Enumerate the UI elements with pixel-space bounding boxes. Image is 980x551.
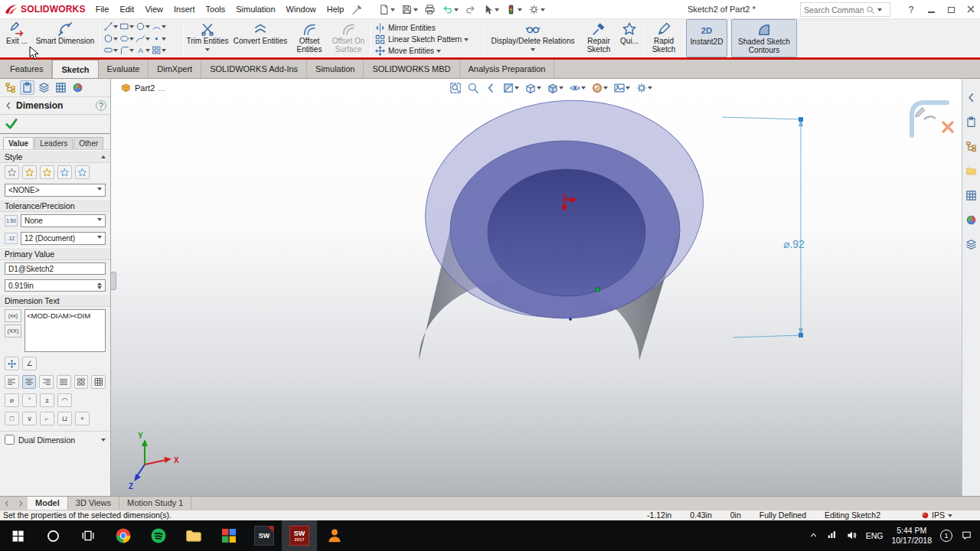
sketch-circle-tool[interactable] bbox=[136, 21, 150, 31]
sketch-spline-tool[interactable] bbox=[136, 34, 150, 44]
help-button[interactable]: ? bbox=[905, 5, 917, 15]
collapse-style-icon[interactable] bbox=[101, 153, 106, 158]
previous-view-button[interactable] bbox=[483, 80, 498, 95]
hide-show-items-button[interactable] bbox=[567, 80, 587, 95]
tab-3d-views[interactable]: 3D Views bbox=[68, 497, 119, 510]
depth-symbol-button[interactable]: ⊔ bbox=[57, 412, 72, 425]
taskbar-file-explorer-icon[interactable] bbox=[176, 520, 211, 551]
sketch-rectangle-tool[interactable] bbox=[119, 21, 134, 31]
dimension-text-area[interactable]: <MOD-DIAM><DIM bbox=[24, 309, 106, 352]
precision-dropdown[interactable]: 12 (Document) bbox=[21, 232, 106, 245]
new-document-button[interactable] bbox=[376, 3, 397, 16]
search-options-caret-icon[interactable] bbox=[877, 8, 882, 14]
configurationmanager-tab-icon[interactable] bbox=[37, 80, 51, 95]
counterbore-symbol-button[interactable]: ⌐ bbox=[40, 412, 54, 425]
primary-value-section-header[interactable]: Primary Value bbox=[0, 247, 110, 260]
pin-menu-button[interactable] bbox=[349, 3, 365, 16]
rapid-sketch-button[interactable]: Rapid Sketch bbox=[645, 19, 682, 57]
tray-language[interactable]: ENG bbox=[866, 531, 884, 540]
tab-analysis-preparation[interactable]: Analysis Preparation bbox=[460, 60, 555, 78]
tray-clock[interactable]: 5:44 PM 10/17/2018 bbox=[891, 526, 932, 546]
angle-symbol-button[interactable]: ∠ bbox=[22, 357, 37, 370]
search-icon[interactable] bbox=[866, 5, 875, 15]
undo-button[interactable] bbox=[439, 3, 461, 16]
units-caret-icon[interactable] bbox=[948, 514, 952, 520]
tab-model[interactable]: Model bbox=[28, 497, 68, 510]
print-button[interactable] bbox=[422, 3, 438, 16]
convert-entities-button[interactable]: Convert Entities bbox=[230, 19, 291, 57]
tab-solidworks-addins[interactable]: SOLIDWORKS Add-Ins bbox=[201, 60, 307, 78]
taskbar-solidworks-icon[interactable]: SW bbox=[247, 520, 282, 551]
close-button[interactable] bbox=[965, 5, 977, 15]
tray-network-icon[interactable] bbox=[827, 530, 838, 542]
search-input[interactable] bbox=[804, 5, 864, 15]
save-style-button[interactable] bbox=[57, 165, 72, 179]
update-style-button[interactable] bbox=[40, 165, 54, 179]
degree-symbol-button[interactable]: ° bbox=[22, 393, 37, 407]
dimension-text-section-header[interactable]: Dimension Text bbox=[0, 294, 110, 307]
panel-splitter-handle[interactable] bbox=[111, 272, 116, 290]
view-palette-icon[interactable] bbox=[964, 187, 979, 203]
dimension-name-field[interactable]: D1@Sketch2 bbox=[5, 262, 106, 275]
sketch-fillet-tool[interactable] bbox=[119, 45, 134, 55]
select-button[interactable] bbox=[480, 3, 501, 16]
cylinder-hole[interactable] bbox=[488, 169, 645, 296]
design-library-icon[interactable] bbox=[964, 139, 979, 154]
trim-entities-button[interactable]: Trim Entities bbox=[185, 19, 230, 57]
sketch-arc-tool[interactable] bbox=[152, 21, 166, 31]
task-pane-collapse-icon[interactable] bbox=[964, 90, 979, 105]
text-pattern-button[interactable] bbox=[74, 375, 89, 389]
more-symbols-button[interactable]: + bbox=[75, 412, 90, 425]
style-section-header[interactable]: Style bbox=[0, 150, 110, 163]
mirror-entities-button[interactable]: Mirror Entities bbox=[374, 22, 480, 34]
graphics-viewport[interactable]: ⌀.92 Y X Z Par bbox=[111, 79, 962, 496]
diameter-dimension-lines[interactable] bbox=[722, 117, 802, 337]
sketch-point-green[interactable] bbox=[596, 288, 599, 292]
repair-sketch-button[interactable]: Repair Sketch bbox=[580, 19, 617, 57]
menu-insert[interactable]: Insert bbox=[168, 0, 201, 19]
expand-dual-dimension-icon[interactable] bbox=[101, 439, 106, 444]
sketch-text-tool[interactable] bbox=[136, 45, 150, 55]
load-style-button[interactable] bbox=[75, 165, 90, 179]
apply-default-style-button[interactable] bbox=[5, 165, 19, 179]
tab-value[interactable]: Value bbox=[3, 137, 34, 149]
arc-symbol-button[interactable]: ◠ bbox=[57, 393, 72, 407]
tolerance-dropdown[interactable]: None bbox=[21, 214, 106, 227]
panel-help-button[interactable]: ? bbox=[96, 100, 106, 111]
align-right-button[interactable] bbox=[39, 375, 54, 389]
sketch-line-tool[interactable] bbox=[103, 21, 118, 31]
align-justify-button[interactable] bbox=[57, 375, 71, 389]
apply-scene-button[interactable] bbox=[612, 80, 632, 95]
view-orientation-button[interactable] bbox=[523, 80, 543, 95]
menu-tools[interactable]: Tools bbox=[201, 0, 231, 19]
tray-notification-badge[interactable]: 1 bbox=[940, 530, 952, 542]
units-selector[interactable]: IPS bbox=[922, 510, 952, 520]
display-style-button[interactable] bbox=[545, 80, 565, 95]
tray-show-hidden-icons[interactable] bbox=[808, 530, 818, 542]
sketch-point-tool[interactable] bbox=[152, 34, 166, 44]
taskbar-spotify-icon[interactable] bbox=[141, 520, 176, 551]
diameter-symbol-button[interactable]: ⌀ bbox=[5, 393, 19, 407]
zoom-to-fit-button[interactable] bbox=[448, 80, 463, 95]
countersink-symbol-button[interactable]: ∨ bbox=[22, 412, 37, 425]
align-center-button[interactable] bbox=[22, 375, 37, 389]
tab-motion-study-1[interactable]: Motion Study 1 bbox=[119, 497, 191, 510]
tab-leaders[interactable]: Leaders bbox=[34, 137, 73, 149]
tab-dimxpert[interactable]: DimXpert bbox=[149, 60, 201, 78]
dual-dimension-checkbox[interactable] bbox=[5, 435, 15, 445]
taskbar-photos-icon[interactable] bbox=[211, 520, 247, 551]
cancel-sketch-button[interactable] bbox=[943, 122, 952, 132]
appearances-icon[interactable] bbox=[964, 212, 979, 227]
smart-dimension-button[interactable]: Smart Dimension bbox=[32, 19, 98, 57]
action-center-icon[interactable] bbox=[961, 530, 972, 543]
dimxpertmanager-tab-icon[interactable] bbox=[54, 80, 68, 95]
sketch-pattern-tool[interactable] bbox=[152, 45, 166, 55]
taskbar-solidworks-2017-icon[interactable]: SW2017 bbox=[282, 520, 317, 551]
solidworks-resources-icon[interactable] bbox=[964, 114, 979, 129]
quick-snaps-button[interactable]: Qui... bbox=[617, 19, 642, 57]
edit-appearance-button[interactable] bbox=[590, 80, 609, 95]
tab-sketch[interactable]: Sketch bbox=[52, 60, 98, 78]
viewport-3d-scene[interactable]: ⌀.92 Y X Z bbox=[111, 79, 962, 496]
dimension-handle-bottom[interactable] bbox=[799, 333, 803, 337]
rebuild-button[interactable] bbox=[503, 3, 524, 16]
